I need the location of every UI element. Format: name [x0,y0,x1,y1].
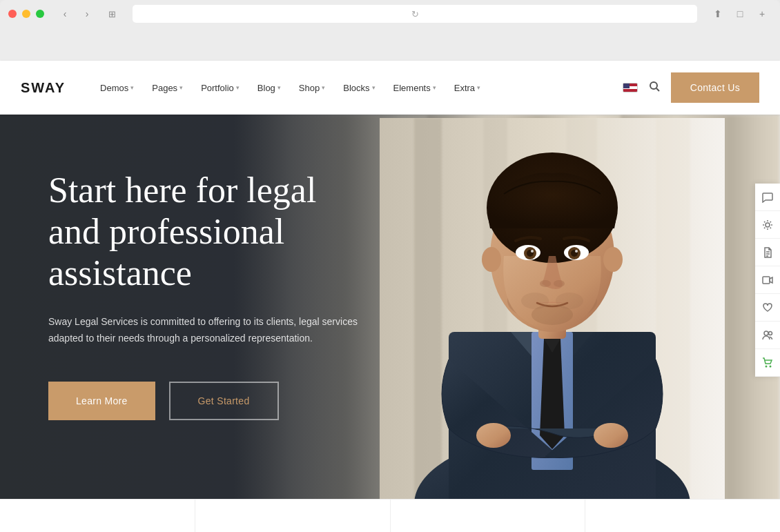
sidebar-widget-cart[interactable] [755,349,780,377]
nav-item-blocks[interactable]: Blocks ▾ [336,77,382,99]
sidebar-widget-users[interactable] [755,322,780,349]
sidebar-widget-wishlist[interactable] [755,294,780,322]
svg-point-18 [603,247,623,272]
svg-line-1 [656,88,659,91]
browser-chrome: ‹ › ⊞ ↻ ⬆ □ + [0,0,780,61]
chevron-down-icon: ▾ [277,84,281,91]
traffic-light-minimize[interactable] [22,10,30,18]
bottom-bar-item-2 [195,500,391,532]
bottom-bar-item-3 [391,500,586,532]
sidebar-widget-document[interactable] [755,239,780,266]
nav-item-extra[interactable]: Extra ▾ [447,77,487,99]
hero-section: Start here for legal and professional as… [0,115,780,532]
chevron-down-icon: ▾ [433,84,436,91]
chevron-down-icon: ▾ [372,84,376,91]
sidebar-widget-chat[interactable] [755,184,780,211]
svg-point-35 [766,223,770,227]
bottom-bar-item-4 [585,500,780,532]
chevron-down-icon: ▾ [236,84,240,91]
svg-point-29 [554,280,565,287]
nav-item-demos[interactable]: Demos ▾ [93,77,141,99]
svg-point-23 [531,250,534,253]
website-container: SWAY Demos ▾ Pages ▾ Portfolio ▾ Blog ▾ … [0,61,780,532]
sidebar-widget-settings[interactable] [755,211,780,239]
right-sidebar [755,184,780,377]
traffic-light-close[interactable] [8,10,17,18]
address-bar[interactable]: ↻ [133,5,697,23]
svg-point-27 [575,250,578,253]
back-button[interactable]: ‹ [55,6,75,21]
nav-item-pages[interactable]: Pages ▾ [145,77,190,99]
bottom-bar-item-1 [0,500,195,532]
language-flag-icon[interactable] [623,83,638,92]
hero-content-area: Start here for legal and professional as… [0,115,414,475]
site-logo: SWAY [21,80,66,96]
get-started-button[interactable]: Get Started [169,382,279,420]
hero-subtitle: Sway Legal Services is committed to offe… [48,314,366,347]
nav-item-shop[interactable]: Shop ▾ [292,77,332,99]
chevron-down-icon: ▾ [322,84,325,91]
chevron-down-icon: ▾ [477,84,480,91]
hero-buttons: Learn More Get Started [48,382,366,420]
forward-button[interactable]: › [77,6,97,21]
svg-point-0 [650,82,657,89]
newtab-button[interactable]: + [752,6,772,21]
svg-point-39 [769,331,772,335]
chevron-down-icon: ▾ [179,84,183,91]
chevron-down-icon: ▾ [130,84,134,91]
svg-point-17 [482,247,501,272]
nav-right-area: Contact Us [623,72,759,103]
svg-point-32 [532,304,573,325]
search-button[interactable] [646,78,663,97]
main-navigation: Demos ▾ Pages ▾ Portfolio ▾ Blog ▾ Shop … [93,77,623,99]
sidebar-widget-video[interactable] [755,266,780,294]
svg-point-34 [594,423,628,448]
nav-item-elements[interactable]: Elements ▾ [387,77,443,99]
nav-item-blog[interactable]: Blog ▾ [251,77,288,99]
svg-point-40 [766,365,768,367]
hero-portrait [366,115,739,532]
sidebar-toggle-button[interactable]: ⊞ [102,6,121,21]
bookmark-button[interactable]: □ [730,6,750,21]
svg-point-41 [770,365,772,367]
nav-item-portfolio[interactable]: Portfolio ▾ [194,77,246,99]
svg-rect-36 [763,277,770,284]
share-button[interactable]: ⬆ [708,6,728,21]
svg-point-38 [764,331,768,335]
svg-point-28 [540,280,551,287]
traffic-light-maximize[interactable] [36,10,44,18]
bottom-bar [0,499,780,532]
learn-more-button[interactable]: Learn More [48,382,155,420]
svg-marker-37 [770,277,772,283]
hero-title: Start here for legal and professional as… [48,170,366,293]
svg-point-33 [476,423,511,448]
contact-us-button[interactable]: Contact Us [671,72,759,103]
site-header: SWAY Demos ▾ Pages ▾ Portfolio ▾ Blog ▾ … [0,61,780,115]
